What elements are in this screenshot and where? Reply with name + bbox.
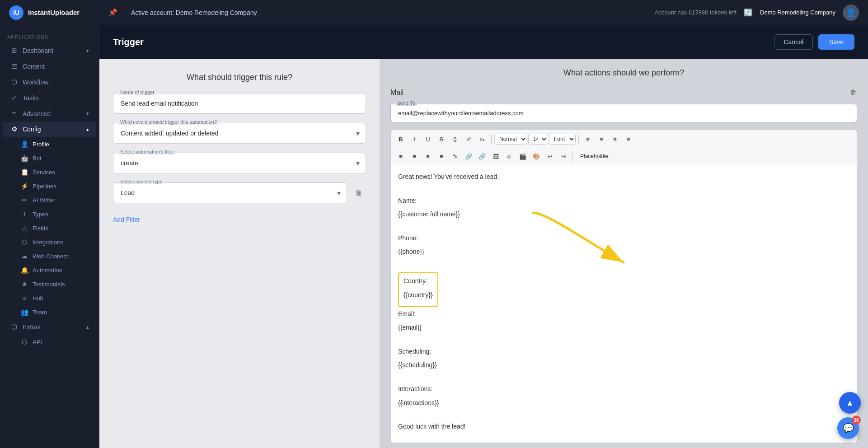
send-to-input[interactable] — [390, 104, 857, 122]
delete-mail-button[interactable]: 🗑 — [850, 89, 857, 97]
align-center-button[interactable]: ≡ — [408, 150, 421, 163]
filter-select[interactable]: create — [113, 153, 366, 173]
integrations-icon: ⬡ — [21, 238, 28, 246]
highlight-button[interactable]: ✎ — [449, 150, 461, 163]
upload-button[interactable]: ▲ — [839, 392, 861, 414]
sidebar-item-profile[interactable]: 👤 Profile — [3, 137, 96, 151]
email-line-interactions-value: {{interactions}} — [398, 398, 849, 408]
email-line-closing: Good luck with the lead! — [398, 421, 849, 431]
cancel-button[interactable]: Cancel — [774, 34, 813, 50]
sidebar-sub-label: AI Writer — [33, 197, 55, 204]
editor-toolbar-row2: ≡ ≡ ≡ ≡ ✎ 🔗 🔗 🖼 ☺ 🎬 🎨 ↩ ↪ — [390, 148, 857, 164]
sidebar-sub-label: Team — [33, 309, 47, 316]
main-layout: APPLICATIONS ⊞ Dashboard ▾ ☰ Content ⬡ W… — [0, 25, 868, 448]
save-button[interactable]: Save — [818, 34, 854, 50]
redo-button[interactable]: ↪ — [557, 150, 570, 163]
tasks-icon: ✓ — [10, 94, 18, 102]
sidebar-item-integrations[interactable]: ⬡ Integrations — [3, 235, 96, 249]
superscript-button[interactable]: x² — [462, 133, 475, 145]
app-logo[interactable]: IU InstantUploader — [9, 5, 108, 20]
code-button[interactable]: {} — [449, 133, 461, 145]
image-button[interactable]: 🖼 — [489, 150, 502, 163]
web-connect-icon: ☁ — [21, 252, 28, 260]
chevron-up-icon: ▴ — [86, 324, 89, 330]
email-editor: What actions should we perform? Mail 🗑 s… — [380, 59, 868, 448]
chat-badge: 38 — [852, 415, 861, 425]
chevron-up-icon: ▴ — [86, 126, 89, 132]
filter-label: Select automation's filter — [118, 149, 176, 154]
automation-icon: 🔔 — [21, 266, 28, 274]
sidebar-item-content[interactable]: ☰ Content — [3, 59, 96, 74]
sidebar-sub-label: Web Connect — [33, 253, 68, 260]
indent-increase-button[interactable]: ≡ — [622, 133, 635, 145]
sidebar-item-label: Extras — [23, 323, 41, 331]
chevron-icon: ▾ — [86, 48, 89, 54]
config-icon: ⚙ — [10, 125, 18, 133]
api-icon: ⬡ — [21, 338, 28, 345]
subscript-button[interactable]: x₂ — [476, 133, 488, 145]
event-label: Which event should trigger this automati… — [118, 119, 219, 125]
link-button[interactable]: 🔗 — [462, 150, 475, 163]
content-type-select[interactable]: Lead — [113, 182, 347, 203]
sidebar-item-fields[interactable]: △ Fields — [3, 221, 96, 235]
underline-button[interactable]: U — [422, 133, 434, 145]
add-filter-button[interactable]: Add Filter — [113, 212, 140, 227]
email-line-country-value: {{country}} — [404, 290, 433, 300]
sidebar-item-label: Advanced — [23, 110, 51, 117]
delete-filter-button[interactable]: 🗑 — [352, 186, 366, 200]
avatar[interactable]: 👤 — [843, 5, 859, 21]
indent-decrease-button[interactable]: ≡ — [609, 133, 621, 145]
sidebar-item-web-connect[interactable]: ☁ Web Connect — [3, 249, 96, 263]
sidebar-item-types[interactable]: T Types — [3, 207, 96, 221]
sidebar-item-team[interactable]: 👥 Team — [3, 305, 96, 319]
media-button[interactable]: 🎬 — [516, 150, 529, 163]
sidebar-item-ai-writer[interactable]: ✏ AI Writer — [3, 193, 96, 207]
emoji-button[interactable]: ☺ — [503, 150, 516, 163]
paint-button[interactable]: 🎨 — [530, 150, 543, 163]
sidebar: APPLICATIONS ⊞ Dashboard ▾ ☰ Content ⬡ W… — [0, 25, 99, 448]
sidebar-sub-label: Hub — [33, 295, 43, 302]
pipelines-icon: ⚡ — [21, 182, 28, 190]
strikethrough-button[interactable]: S — [435, 133, 448, 145]
sidebar-item-api[interactable]: ⬡ API — [3, 335, 96, 349]
trigger-header: Trigger Cancel Save — [99, 25, 868, 59]
event-select[interactable]: Content added, updated or deleted — [113, 123, 366, 144]
trigger-name-input[interactable] — [113, 93, 366, 114]
chat-button[interactable]: 💬 38 — [837, 417, 859, 439]
sidebar-item-workflow[interactable]: ⬡ Workflow — [3, 75, 96, 90]
font-select[interactable]: Font — [549, 134, 576, 145]
dashboard-icon: ⊞ — [10, 47, 18, 55]
bold-button[interactable]: B — [394, 133, 407, 145]
sidebar-item-services[interactable]: 📋 Services — [3, 165, 96, 179]
sidebar-item-pipelines[interactable]: ⚡ Pipelines — [3, 179, 96, 193]
font-size-select[interactable]: 14 — [528, 134, 548, 145]
sidebar-item-dashboard[interactable]: ⊞ Dashboard ▾ — [3, 43, 96, 58]
pin-icon[interactable]: 📌 — [108, 8, 117, 17]
style-select[interactable]: Normal — [494, 134, 527, 145]
unlink-button[interactable]: 🔗 — [476, 150, 488, 163]
align-right-button[interactable]: ≡ — [422, 150, 434, 163]
logo-icon: IU — [9, 5, 23, 20]
align-left-button[interactable]: ≡ — [394, 150, 407, 163]
undo-button[interactable]: ↩ — [544, 150, 556, 163]
italic-button[interactable]: I — [408, 133, 421, 145]
sidebar-item-config[interactable]: ⚙ Config ▴ — [3, 121, 96, 137]
align-justify-button[interactable]: ≡ — [435, 150, 448, 163]
unordered-list-button[interactable]: ≡ — [595, 133, 608, 145]
sidebar-item-advanced[interactable]: ≡ Advanced ▾ — [3, 106, 96, 121]
chevron-icon: ▾ — [86, 111, 89, 117]
sidebar-item-testimonials[interactable]: ★ Testimonials — [3, 277, 96, 291]
trigger-name-label: Name of trigger — [118, 89, 156, 95]
refresh-icon[interactable]: 🔄 — [744, 8, 753, 17]
filter-group: Select automation's filter create ▾ — [113, 153, 366, 173]
ordered-list-button[interactable]: ≡ — [582, 133, 594, 145]
email-body[interactable]: Great news! You've received a lead. Name… — [390, 164, 857, 443]
sidebar-item-automation[interactable]: 🔔 Automation — [3, 263, 96, 277]
event-group: Which event should trigger this automati… — [113, 123, 366, 144]
sidebar-item-bot[interactable]: 🤖 Bot — [3, 151, 96, 165]
sidebar-item-tasks[interactable]: ✓ Tasks — [3, 90, 96, 106]
placeholder-button[interactable]: Placeholder — [576, 152, 613, 161]
sidebar-section-applications: APPLICATIONS — [0, 30, 99, 42]
sidebar-item-extras[interactable]: ⬡ Extras ▴ — [3, 319, 96, 335]
sidebar-item-hub[interactable]: ≡ Hub — [3, 291, 96, 305]
